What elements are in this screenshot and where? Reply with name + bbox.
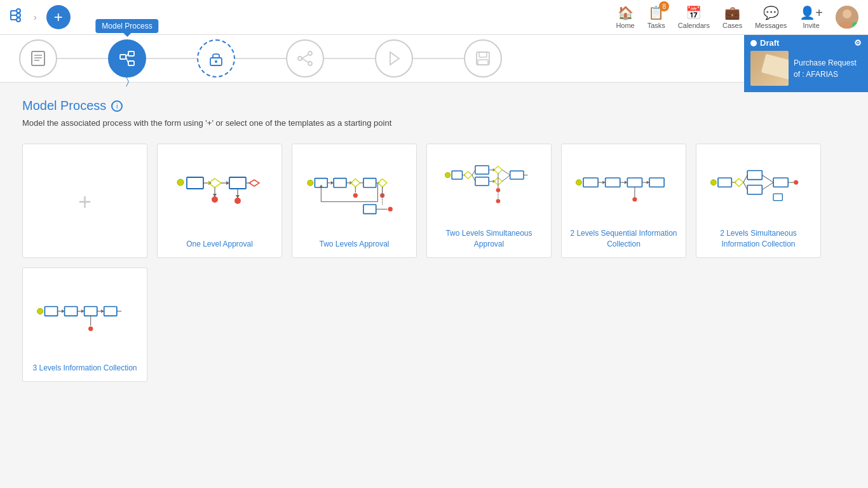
svg-point-70 xyxy=(445,172,450,177)
nav-right: 🏠 Home 📋 8 Tasks 📅 Calendars 💼 Cases 💬 M… xyxy=(616,5,858,29)
svg-rect-50 xyxy=(334,179,346,187)
svg-marker-26 xyxy=(390,52,399,65)
home-icon: 🏠 xyxy=(618,5,634,20)
svg-rect-27 xyxy=(477,52,489,65)
tree-icon xyxy=(10,8,27,26)
nav-messages[interactable]: 💬 Messages xyxy=(755,5,787,29)
template-2-levels-sequential[interactable]: 2 Levels Sequential Information Collecti… xyxy=(561,144,686,258)
purchase-subtitle: of : AFARIAS xyxy=(794,69,857,80)
tasks-badge: 8 xyxy=(659,1,669,11)
template-diagram-two-levels xyxy=(299,154,410,233)
side-panel-content: Purchase Request of : AFARIAS xyxy=(750,51,862,86)
svg-rect-120 xyxy=(44,307,57,316)
svg-rect-31 xyxy=(187,177,203,189)
template-label-one-level: One Level Approval xyxy=(186,239,253,250)
step-model[interactable]: Model Process 〉 xyxy=(108,39,146,78)
svg-rect-102 xyxy=(649,178,664,187)
nav-cases-label: Cases xyxy=(722,22,742,29)
template-3-levels[interactable]: 3 Levels Information Collection xyxy=(22,268,147,382)
step-line-1 xyxy=(57,58,108,59)
svg-rect-96 xyxy=(605,178,620,187)
svg-point-90 xyxy=(496,199,500,203)
template-two-levels-approval[interactable]: Two Levels Approval xyxy=(292,144,417,258)
template-grid: + xyxy=(22,144,846,258)
svg-point-46 xyxy=(307,180,313,186)
svg-point-119 xyxy=(37,308,43,314)
process-steps: Model Process 〉 xyxy=(19,39,849,78)
template-label-two-levels: Two Levels Approval xyxy=(319,239,389,250)
svg-line-84 xyxy=(502,170,510,175)
template-grid-row2: 3 Levels Information Collection xyxy=(22,268,846,382)
svg-point-8 xyxy=(843,10,851,18)
svg-rect-75 xyxy=(475,166,488,174)
svg-point-55 xyxy=(353,193,357,198)
svg-rect-112 xyxy=(747,185,762,194)
template-diagram-3-levels xyxy=(29,278,140,356)
svg-point-30 xyxy=(177,179,184,186)
svg-point-4 xyxy=(17,9,20,13)
svg-point-132 xyxy=(88,327,93,331)
svg-point-117 xyxy=(794,180,798,184)
step-save[interactable] xyxy=(464,39,502,78)
info-icon[interactable]: i xyxy=(111,100,123,112)
svg-rect-80 xyxy=(475,177,488,186)
template-label-simultaneous-approval: Two Levels Simultaneous Approval xyxy=(433,228,545,250)
svg-rect-57 xyxy=(363,179,376,187)
template-two-levels-simultaneous-approval[interactable]: Two Levels Simultaneous Approval xyxy=(426,144,552,258)
step-share[interactable] xyxy=(286,39,324,78)
svg-marker-65 xyxy=(319,185,322,188)
svg-point-105 xyxy=(710,179,716,185)
svg-rect-40 xyxy=(229,177,246,189)
nav-invite[interactable]: 👤+ Invite xyxy=(799,5,823,29)
add-plus-icon: + xyxy=(78,189,92,215)
svg-rect-86 xyxy=(510,171,523,179)
template-add-card[interactable]: + xyxy=(22,144,147,258)
svg-line-25 xyxy=(302,58,308,62)
template-label-3-levels: 3 Levels Information Collection xyxy=(32,363,137,374)
svg-rect-106 xyxy=(718,178,731,187)
nav-home-label: Home xyxy=(616,22,634,29)
svg-rect-28 xyxy=(479,52,487,57)
svg-line-114 xyxy=(762,182,773,190)
template-diagram-sequential xyxy=(568,154,679,222)
nav-calendars[interactable]: 📅 Calendars xyxy=(678,5,710,29)
step-lock[interactable] xyxy=(197,39,235,78)
svg-point-23 xyxy=(298,57,302,60)
main-content: Model Process i Model the associated pro… xyxy=(0,83,868,398)
svg-point-5 xyxy=(17,13,20,17)
avatar[interactable] xyxy=(836,6,858,29)
svg-line-113 xyxy=(762,175,773,182)
svg-point-104 xyxy=(632,197,637,201)
nav-left: › + xyxy=(10,5,71,29)
template-2-levels-simultaneous-info[interactable]: 2 Levels Simultaneous Information Collec… xyxy=(696,144,821,258)
svg-rect-15 xyxy=(128,51,134,56)
template-one-level-approval[interactable]: One Level Approval xyxy=(157,144,282,258)
page-title-text: Model Process xyxy=(22,98,106,113)
nav-add-button[interactable]: + xyxy=(46,5,71,29)
page-subtitle: Model the associated process with the fo… xyxy=(22,118,846,128)
svg-point-88 xyxy=(496,188,500,193)
step-line-4 xyxy=(324,58,375,59)
template-diagram-simultaneous-info xyxy=(703,154,814,222)
svg-rect-14 xyxy=(120,55,126,59)
svg-rect-93 xyxy=(583,178,598,187)
gear-icon[interactable]: ⚙ xyxy=(854,38,862,48)
step-line-2 xyxy=(146,58,197,59)
template-label-simultaneous-info: 2 Levels Simultaneous Information Collec… xyxy=(703,228,814,250)
purchase-text: Purchase Request of : AFARIAS xyxy=(794,57,857,80)
nav-home[interactable]: 🏠 Home xyxy=(616,5,634,29)
draft-status: Draft xyxy=(760,38,779,48)
svg-rect-126 xyxy=(84,307,97,316)
template-label-sequential: 2 Levels Sequential Information Collecti… xyxy=(568,228,679,250)
svg-rect-66 xyxy=(363,205,376,214)
nav-tasks-label: Tasks xyxy=(648,22,665,29)
svg-rect-115 xyxy=(773,178,788,187)
nav-tasks[interactable]: 📋 8 Tasks xyxy=(648,5,665,29)
nav-invite-label: Invite xyxy=(803,22,820,29)
calendars-icon: 📅 xyxy=(686,5,702,20)
step-form[interactable] xyxy=(19,39,57,78)
purchase-title: Purchase Request xyxy=(794,57,857,69)
step-play[interactable] xyxy=(375,39,413,78)
nav-cases[interactable]: 💼 Cases xyxy=(722,5,742,29)
avatar-online-indicator xyxy=(852,22,858,29)
